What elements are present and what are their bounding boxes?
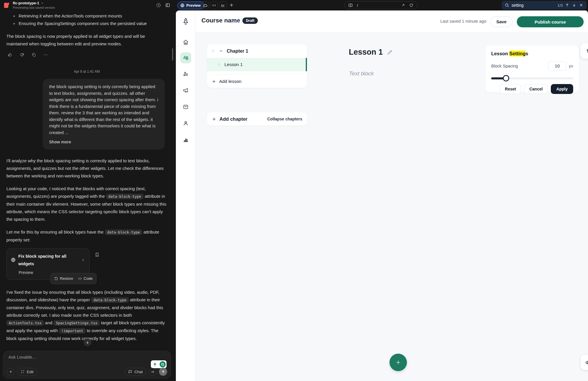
sliders-icon: [585, 48, 588, 54]
bullet-item: Ensuring the SpacingSettings component u…: [6, 20, 167, 27]
block-spacing-input[interactable]: [548, 61, 566, 71]
app-window: flc-prototype-1 Previewing last saved ve…: [0, 0, 588, 381]
assistant-paragraph: Looking at your code, I noticed that the…: [6, 185, 167, 223]
add-tab-icon[interactable]: [229, 3, 234, 8]
app-preview: Course name Draft Last saved 1 minute ag…: [176, 10, 588, 381]
slider-thumb[interactable]: [503, 75, 509, 81]
refresh-icon[interactable]: [409, 3, 413, 7]
edit-lesson-icon[interactable]: [387, 49, 393, 55]
grammarly-badge[interactable]: G: [151, 360, 167, 368]
publish-course-button[interactable]: Publish course: [517, 16, 584, 27]
attach-plus-button[interactable]: [7, 368, 15, 376]
chat-panel: Retrieving it when the ActionTools compo…: [0, 10, 176, 381]
collapse-chapter-icon[interactable]: [219, 49, 223, 53]
drag-handle-icon[interactable]: [211, 49, 215, 53]
chat-scrollbar[interactable]: [172, 48, 173, 60]
thumbs-up-icon[interactable]: [8, 52, 12, 57]
preview-toggle-button[interactable]: [580, 355, 588, 370]
search-next-icon[interactable]: [572, 3, 577, 8]
restore-button[interactable]: Restore: [54, 275, 73, 282]
grammarly-g-icon: G: [159, 360, 167, 368]
analytics-icon[interactable]: [219, 1, 227, 9]
search-input[interactable]: [512, 3, 544, 8]
more-options-icon[interactable]: [43, 52, 48, 57]
chevron-right-icon: [81, 258, 85, 262]
preview-button[interactable]: Preview: [177, 1, 204, 9]
project-switcher[interactable]: flc-prototype-1 Previewing last saved ve…: [13, 1, 55, 9]
lesson-settings-panel: Lesson Settings Block Spacing px Reset C…: [485, 46, 579, 92]
apply-button[interactable]: Apply: [551, 84, 573, 94]
url-bar[interactable]: /: [344, 1, 418, 9]
url-path: /: [357, 3, 358, 8]
collapse-chapters-link[interactable]: Collapse chapters: [267, 117, 302, 121]
search-highlight: Setting: [509, 51, 526, 56]
add-chapter-card: Add chapter Collapse chapters: [207, 112, 307, 126]
history-icon[interactable]: [156, 3, 161, 8]
send-button[interactable]: [159, 368, 167, 376]
edit-mode-button[interactable]: Edit: [17, 368, 37, 376]
add-chapter-button[interactable]: Add chapter: [212, 116, 247, 122]
thumbs-down-icon[interactable]: [19, 52, 24, 57]
search-close-icon[interactable]: [579, 3, 584, 8]
nav-marketing-icon[interactable]: [181, 86, 190, 95]
cancel-button[interactable]: Cancel: [524, 84, 548, 94]
plus-icon: [212, 79, 216, 84]
inline-code: ActionTools.tsx: [6, 320, 44, 326]
text-block-placeholder[interactable]: Text block: [349, 70, 374, 77]
lesson-title: Lesson 1: [224, 62, 243, 67]
bullet-item: Retrieving it when the ActionTools compo…: [6, 12, 167, 20]
lesson-list-item[interactable]: Lesson 1: [207, 58, 307, 71]
chapter-header-row[interactable]: Chapter 1: [207, 44, 307, 58]
message-actions: [8, 52, 167, 57]
user-message-bubble: the block spacing setting is only correc…: [43, 79, 165, 149]
block-spacing-label: Block Spacing: [491, 64, 518, 68]
edit-title-icon[interactable]: [235, 18, 240, 24]
chat-mode-button[interactable]: Chat: [124, 368, 146, 376]
reset-button[interactable]: Reset: [500, 84, 521, 94]
settings-title: Lesson Settings: [491, 51, 573, 56]
search-icon: [505, 3, 509, 8]
lovable-logo-icon: [3, 2, 10, 9]
save-button[interactable]: Save: [490, 16, 512, 27]
rocket-logo-icon: [182, 17, 190, 26]
chat-input[interactable]: [8, 355, 119, 363]
open-external-icon[interactable]: [401, 3, 405, 7]
edit-action-card[interactable]: Fix block spacing for all widgets Previe…: [6, 248, 90, 280]
settings-toggle-button[interactable]: [580, 43, 588, 59]
add-block-fab[interactable]: [389, 354, 407, 371]
drag-handle-icon[interactable]: [217, 63, 221, 67]
inline-code: !important: [59, 328, 85, 334]
add-lesson-button[interactable]: Add lesson: [207, 75, 307, 88]
bookmark-icon[interactable]: [94, 252, 100, 257]
inline-code: SpacingSettings.tsx: [53, 320, 100, 326]
nav-profile-icon[interactable]: [181, 118, 190, 128]
assistant-bullet-list: Retrieving it when the ActionTools compo…: [6, 12, 167, 27]
nav-community-icon[interactable]: [181, 69, 190, 79]
show-more-link[interactable]: Show more: [49, 139, 158, 145]
cloud-icon[interactable]: [201, 1, 209, 9]
block-spacing-slider[interactable]: [491, 75, 573, 81]
code-view-icon[interactable]: [210, 1, 218, 9]
code-button[interactable]: Code: [78, 275, 93, 282]
panel-toggle-icon[interactable]: [165, 3, 170, 8]
search-prev-icon[interactable]: [565, 3, 570, 8]
project-name: flc-prototype-1: [13, 1, 39, 5]
globe-icon: [180, 3, 185, 8]
search-match-count: 1/3: [557, 3, 563, 8]
plus-icon: [395, 359, 401, 366]
restore-code-pill: Restore Code: [50, 273, 96, 284]
eye-icon: [585, 359, 588, 366]
preview-label: Preview: [186, 3, 201, 8]
message-timestamp: Apr 8 at 1:41 AM: [6, 68, 167, 75]
scroll-to-bottom-button[interactable]: [84, 339, 91, 346]
nav-analytics-icon[interactable]: [181, 135, 190, 144]
nav-store-icon[interactable]: [181, 102, 190, 111]
lesson-heading: Lesson 1: [349, 48, 393, 57]
voice-input-icon[interactable]: [149, 368, 157, 376]
assistant-paragraph: The block spacing is now properly applie…: [6, 33, 167, 48]
assistant-paragraph: I'll analyze why the block spacing setti…: [6, 157, 167, 180]
nav-home-icon[interactable]: [181, 37, 190, 47]
copy-icon[interactable]: [31, 52, 36, 57]
speech-bubble-icon: [128, 370, 132, 374]
nav-courses-icon[interactable]: [180, 52, 191, 63]
